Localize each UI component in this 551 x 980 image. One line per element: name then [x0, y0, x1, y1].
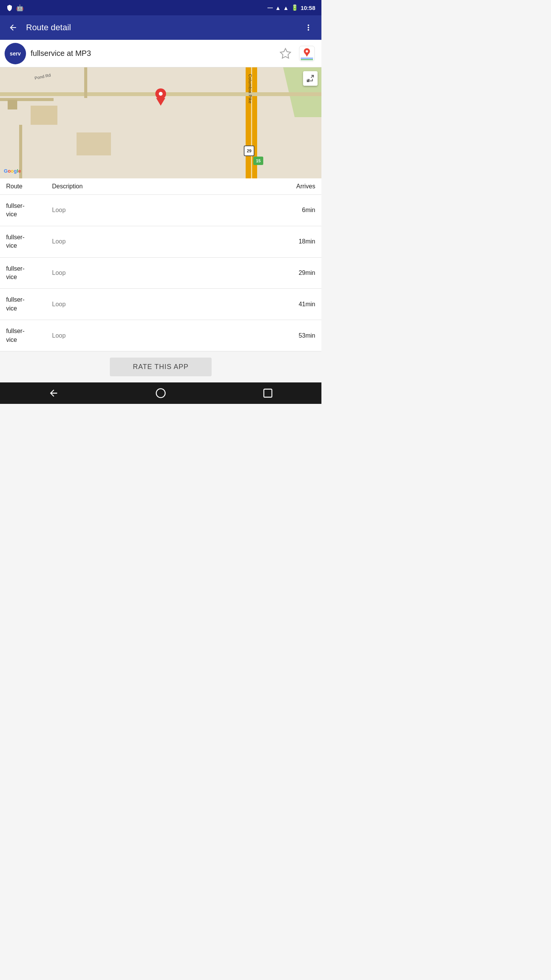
- cell-arrives-3: 29min: [277, 270, 315, 276]
- cell-route-2: fullser-vice: [6, 233, 52, 250]
- time-display: 10:58: [301, 5, 315, 11]
- signal-icon: ▲: [283, 5, 289, 11]
- status-bar: 🤖 — ▲ ▲ 🔋 10:58: [0, 0, 321, 15]
- app-bar: Route detail: [0, 15, 321, 40]
- column-description: Description: [52, 183, 277, 190]
- avatar: serv: [5, 43, 26, 64]
- android-icon: 🤖: [16, 4, 24, 11]
- nav-recents-button[interactable]: [256, 382, 279, 404]
- table-row[interactable]: fullser-vice Loop 18min: [0, 226, 321, 258]
- cell-description-4: Loop: [52, 301, 277, 308]
- status-bar-right: — ▲ ▲ 🔋 10:58: [267, 4, 315, 11]
- map-pin: [154, 87, 168, 109]
- google-maps-button[interactable]: [297, 44, 317, 64]
- expand-map-button[interactable]: [303, 71, 318, 86]
- cell-route-5: fullser-vice: [6, 327, 52, 344]
- favorite-button[interactable]: [277, 45, 294, 62]
- cell-route-3: fullser-vice: [6, 265, 52, 282]
- route-29-shield: 29: [244, 145, 254, 156]
- more-options-button[interactable]: [302, 21, 315, 34]
- column-arrives: Arrives: [277, 183, 315, 190]
- header-actions: [277, 44, 317, 64]
- table-header: Route Description Arrives: [0, 178, 321, 195]
- table-row[interactable]: fullser-vice Loop 53min: [0, 320, 321, 351]
- cell-route-4: fullser-vice: [6, 296, 52, 313]
- table-row[interactable]: fullser-vice Loop 29min: [0, 258, 321, 289]
- nav-bar: [0, 382, 321, 404]
- battery-icon: 🔋: [291, 4, 298, 11]
- wifi-icon: ▲: [275, 5, 281, 11]
- cell-arrives-2: 18min: [277, 238, 315, 245]
- nav-home-button[interactable]: [149, 382, 172, 404]
- map-background: Pond Rd Columbia Pike 29 15 Google: [0, 67, 321, 178]
- minus-icon: —: [267, 5, 273, 11]
- route-15-marker: 15: [253, 157, 263, 165]
- cell-description-2: Loop: [52, 238, 277, 245]
- table-row[interactable]: fullser-vice Loop 6min: [0, 195, 321, 226]
- building-2: [77, 132, 111, 155]
- rate-app-area: RATE THIS APP: [0, 351, 321, 382]
- building-3: [8, 100, 17, 109]
- svg-point-12: [156, 389, 165, 397]
- svg-point-9: [159, 92, 163, 96]
- back-button[interactable]: [6, 21, 20, 34]
- svg-marker-8: [156, 98, 165, 106]
- column-route: Route: [6, 183, 52, 190]
- map-view[interactable]: Pond Rd Columbia Pike 29 15 Google: [0, 67, 321, 178]
- cell-description-5: Loop: [52, 332, 277, 339]
- building-1: [31, 106, 57, 125]
- rate-app-button[interactable]: RATE THIS APP: [110, 358, 211, 376]
- svg-marker-0: [280, 48, 291, 58]
- status-bar-left: 🤖: [6, 4, 24, 11]
- shield-icon: [6, 4, 13, 11]
- table-row[interactable]: fullser-vice Loop 41min: [0, 289, 321, 320]
- google-logo: Google: [4, 168, 21, 174]
- cell-description-1: Loop: [52, 207, 277, 214]
- svg-line-10: [311, 75, 313, 78]
- header-row: serv fullservice at MP3: [0, 40, 321, 67]
- header-title: fullservice at MP3: [31, 49, 272, 58]
- cell-arrives-5: 53min: [277, 332, 315, 339]
- small-road-1: [84, 67, 87, 98]
- svg-point-4: [306, 50, 308, 52]
- cell-arrives-4: 41min: [277, 301, 315, 308]
- page-title: Route detail: [26, 23, 295, 33]
- cell-description-3: Loop: [52, 270, 277, 276]
- columbia-pike-label: Columbia Pike: [248, 74, 252, 103]
- svg-rect-13: [264, 389, 272, 397]
- routes-table: Route Description Arrives fullser-vice L…: [0, 178, 321, 351]
- cell-route-1: fullser-vice: [6, 202, 52, 219]
- cell-arrives-1: 6min: [277, 207, 315, 214]
- nav-back-button[interactable]: [42, 382, 65, 404]
